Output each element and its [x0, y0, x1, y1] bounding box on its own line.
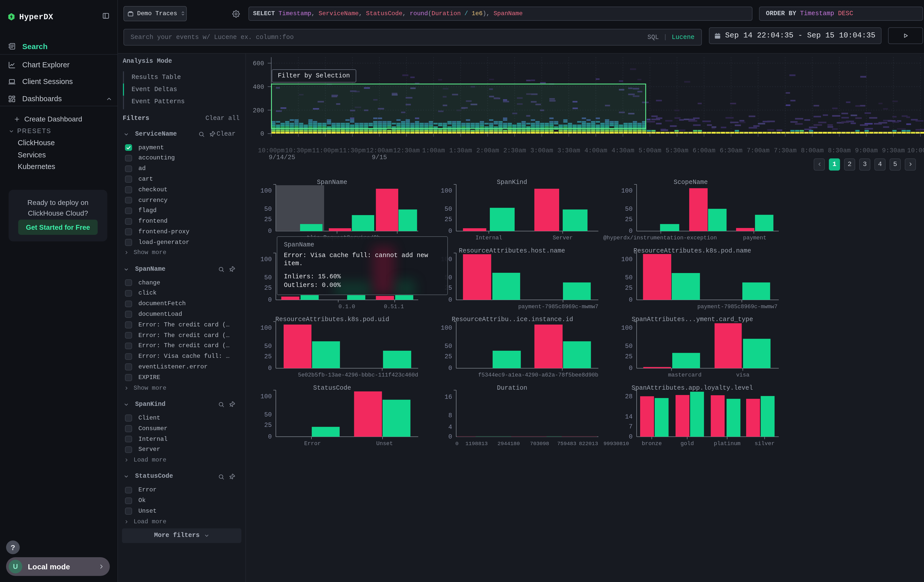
svg-text:50: 50 [264, 343, 272, 350]
svg-text:6:00am: 6:00am [693, 147, 716, 154]
svg-text:822013: 822013 [579, 441, 598, 447]
svg-text:400: 400 [253, 84, 264, 91]
svg-text:2944180: 2944180 [497, 441, 520, 447]
svg-text:Duration: Duration [497, 384, 527, 392]
svg-text:10:00pm: 10:00pm [258, 147, 284, 154]
svg-text:14: 14 [625, 413, 632, 420]
svg-text:8: 8 [448, 412, 452, 419]
svg-text:0: 0 [629, 296, 632, 303]
svg-text:6:30am: 6:30am [720, 147, 742, 154]
svg-text:2:00am: 2:00am [476, 147, 499, 154]
svg-text:Internal: Internal [475, 235, 502, 241]
svg-text:25: 25 [264, 284, 272, 292]
svg-text:SpanAttributes.app.loyalty.lev: SpanAttributes.app.loyalty.level [632, 384, 753, 392]
svg-text:11:30pm: 11:30pm [339, 147, 366, 154]
svg-text:ResourceAttributes.host.name: ResourceAttributes.host.name [459, 247, 565, 255]
svg-text:StatusCode: StatusCode [313, 384, 351, 392]
svg-text:28: 28 [625, 393, 632, 400]
svg-text:50: 50 [625, 274, 632, 281]
svg-text:mastercard: mastercard [668, 372, 701, 378]
svg-text:0: 0 [448, 296, 452, 303]
svg-text:1:00am: 1:00am [422, 147, 445, 154]
svg-text:100: 100 [260, 393, 272, 400]
svg-text:9:30am: 9:30am [882, 147, 905, 154]
svg-text:8:00am: 8:00am [801, 147, 823, 154]
svg-text:3:30am: 3:30am [558, 147, 580, 154]
svg-text:200: 200 [253, 107, 264, 114]
svg-text:1:30am: 1:30am [449, 147, 472, 154]
svg-text:0: 0 [448, 433, 452, 440]
svg-text:25: 25 [264, 422, 272, 429]
svg-text:25: 25 [625, 353, 632, 360]
svg-text:759483: 759483 [557, 441, 576, 447]
svg-text:8:30am: 8:30am [828, 147, 851, 154]
svg-text:ResourceAttributes.k8s.pod.uid: ResourceAttributes.k8s.pod.uid [275, 316, 389, 323]
svg-text:0.51.1: 0.51.1 [384, 303, 404, 310]
svg-text:SpanKind: SpanKind [497, 179, 527, 186]
svg-text:0: 0 [260, 130, 264, 138]
svg-text:12:30am: 12:30am [393, 147, 420, 154]
svg-text:silver: silver [754, 440, 774, 447]
svg-text:SpanAttributes...yment.card_ty: SpanAttributes...yment.card_type [632, 316, 753, 323]
svg-text:4:30am: 4:30am [612, 147, 634, 154]
svg-text:7: 7 [629, 423, 632, 430]
svg-text:0: 0 [629, 433, 632, 440]
svg-text:5:30am: 5:30am [666, 147, 688, 154]
svg-text:0.1.0: 0.1.0 [338, 303, 355, 310]
svg-text:100: 100 [260, 187, 272, 195]
svg-text:0: 0 [629, 228, 632, 235]
svg-text:0: 0 [448, 364, 452, 372]
svg-text:2:30am: 2:30am [503, 147, 526, 154]
svg-text:gold: gold [681, 440, 694, 447]
svg-text:ResourceAttributes.k8s.pod.nam: ResourceAttributes.k8s.pod.name [634, 247, 751, 255]
svg-text:16: 16 [445, 394, 452, 401]
svg-text:10:00am: 10:00am [907, 147, 924, 154]
svg-text:703098: 703098 [530, 441, 549, 447]
svg-text:100: 100 [441, 325, 452, 332]
svg-text:50: 50 [264, 274, 272, 281]
svg-text:25: 25 [445, 216, 452, 223]
svg-text:600: 600 [253, 60, 264, 67]
svg-text:0: 0 [629, 364, 632, 372]
svg-text:10:30pm: 10:30pm [285, 147, 312, 154]
svg-text:50: 50 [445, 206, 452, 213]
svg-text:7:30am: 7:30am [774, 147, 797, 154]
svg-text:50: 50 [625, 343, 632, 350]
svg-text:4:00am: 4:00am [584, 147, 607, 154]
svg-text:12:00am: 12:00am [366, 147, 393, 154]
svg-text:0: 0 [268, 228, 272, 235]
svg-text:payment-7985c8969c-mwmw7: payment-7985c8969c-mwmw7 [697, 303, 777, 310]
svg-text:@hyperdx/instrumentation-excep: @hyperdx/instrumentation-exception [604, 235, 717, 241]
svg-text:9:00am: 9:00am [855, 147, 878, 154]
svg-text:payment-7985c8969c-mwmw7: payment-7985c8969c-mwmw7 [518, 303, 598, 310]
svg-text:50: 50 [264, 411, 272, 419]
svg-text:Server: Server [553, 235, 573, 241]
svg-text:f5344ec9-a1ea-4290-a62a-78f5be: f5344ec9-a1ea-4290-a62a-78f5bee8d90b [478, 372, 598, 378]
svg-text:ResourceAttribu..ice.instance.: ResourceAttribu..ice.instance.id [452, 316, 573, 323]
svg-text:bronze: bronze [642, 440, 662, 447]
svg-text:25: 25 [264, 216, 272, 223]
svg-text:99930810: 99930810 [604, 441, 629, 447]
svg-text:platinum: platinum [714, 440, 741, 447]
svg-text:11:00pm: 11:00pm [312, 147, 338, 154]
svg-text:50: 50 [445, 343, 452, 350]
svg-text:100: 100 [260, 325, 272, 332]
svg-text:100: 100 [621, 256, 632, 263]
svg-text:100: 100 [441, 187, 452, 195]
svg-text:9/15: 9/15 [372, 154, 387, 161]
svg-text:100: 100 [621, 187, 632, 195]
svg-text:50: 50 [264, 206, 272, 213]
svg-text:7:00am: 7:00am [747, 147, 769, 154]
svg-text:1198813: 1198813 [465, 441, 488, 447]
svg-text:5e02b5fb-13ae-4296-bbbc-111f42: 5e02b5fb-13ae-4296-bbbc-111f423c460d [298, 372, 418, 378]
svg-text:4: 4 [448, 424, 452, 431]
svg-text:0: 0 [268, 364, 272, 372]
svg-text:0: 0 [448, 228, 452, 235]
svg-text:3:00am: 3:00am [530, 147, 553, 154]
svg-text:100: 100 [621, 325, 632, 332]
svg-text:Error: Error [304, 440, 321, 447]
svg-text:0: 0 [455, 441, 459, 447]
svg-text:SpanName: SpanName [317, 179, 347, 186]
svg-text:25: 25 [264, 353, 272, 360]
svg-text:25: 25 [445, 353, 452, 360]
